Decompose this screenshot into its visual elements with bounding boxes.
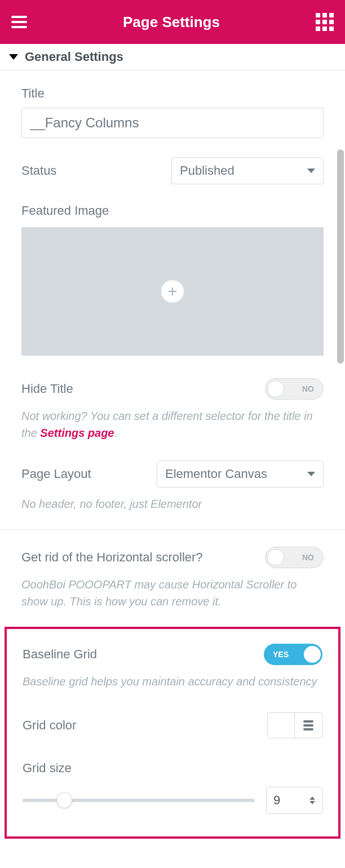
featured-image-label: Featured Image <box>21 203 324 218</box>
page-layout-label: Page Layout <box>21 467 91 481</box>
chevron-down-icon <box>307 472 315 476</box>
chevron-down-icon <box>9 54 18 60</box>
app-header: Page Settings <box>0 0 345 44</box>
plus-icon: + <box>161 280 184 303</box>
spinner-up-icon[interactable] <box>309 796 315 800</box>
section-header-general[interactable]: General Settings <box>0 44 345 70</box>
grid-size-label: Grid size <box>23 761 322 776</box>
featured-image-picker[interactable]: + <box>21 227 324 356</box>
scroller-help: OoohBoi POOOPART may cause Horizontal Sc… <box>21 576 324 610</box>
hide-title-help: Not working? You can set a different sel… <box>21 408 324 441</box>
status-select[interactable]: Published <box>171 157 324 184</box>
page-layout-help: No header, no footer, just Elementor <box>21 495 324 512</box>
apps-grid-icon[interactable] <box>316 13 334 31</box>
hide-title-label: Hide Title <box>21 382 73 396</box>
baseline-grid-toggle[interactable]: YES <box>264 644 322 665</box>
page-layout-select[interactable]: Elementor Canvas <box>157 460 324 488</box>
scroller-toggle[interactable]: NO <box>265 547 324 568</box>
hide-title-toggle[interactable]: NO <box>265 378 324 400</box>
grid-size-input[interactable]: 9 <box>266 787 322 814</box>
title-input[interactable] <box>21 108 324 138</box>
status-label: Status <box>21 163 56 178</box>
title-label: Title <box>21 86 324 101</box>
baseline-grid-label: Baseline Grid <box>23 647 97 662</box>
dynamic-tags-button[interactable] <box>295 713 322 738</box>
grid-size-slider[interactable] <box>23 799 255 802</box>
slider-thumb[interactable] <box>56 792 72 808</box>
toggle-label: NO <box>302 384 314 393</box>
hamburger-icon[interactable] <box>11 16 27 28</box>
section-title: General Settings <box>25 50 123 64</box>
grid-color-control <box>267 712 322 738</box>
general-panel: Title Status Published Featured Image + … <box>0 70 345 615</box>
number-spinner <box>309 796 315 804</box>
scroller-label: Get rid of the Horizontal scroller? <box>21 550 203 565</box>
baseline-help: Baseline grid helps you maintain accurac… <box>23 673 322 690</box>
grid-size-value: 9 <box>273 793 280 808</box>
toggle-label: YES <box>273 650 289 659</box>
page-layout-value: Elementor Canvas <box>165 467 267 481</box>
toggle-label: NO <box>302 553 314 562</box>
divider <box>0 529 345 530</box>
spinner-down-icon[interactable] <box>309 801 315 804</box>
baseline-grid-highlight: Baseline Grid YES Baseline grid helps yo… <box>5 627 340 839</box>
color-swatch[interactable] <box>268 713 295 738</box>
settings-page-link[interactable]: Settings page <box>40 427 114 439</box>
database-icon <box>303 720 313 730</box>
grid-color-label: Grid color <box>23 718 76 733</box>
status-value: Published <box>180 163 235 178</box>
header-title: Page Settings <box>123 14 220 31</box>
chevron-down-icon <box>307 169 315 173</box>
